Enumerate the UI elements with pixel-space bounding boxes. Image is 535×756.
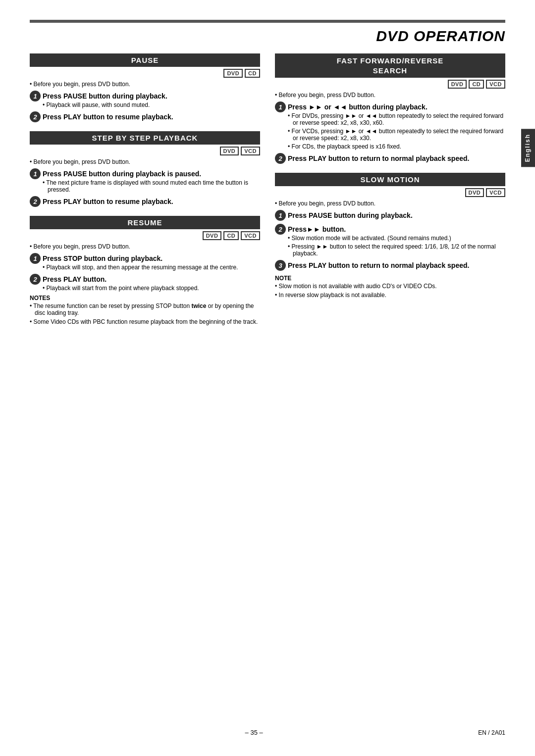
sm-step-3-text: Press PLAY button to return to normal pl… — [288, 260, 469, 270]
ff-step-2: 2 Press PLAY button to return to normal … — [275, 153, 505, 164]
step-by-step-section: STEP BY STEP PLAYBACK DVD VCD Before you… — [30, 131, 260, 207]
resume-step-1-label: 1 Press STOP button during playback. — [30, 253, 260, 264]
sbs-step-2-label: 2 Press PLAY button to resume playback. — [30, 196, 260, 207]
resume-section: RESUME DVD CD VCD Before you begin, pres… — [30, 216, 260, 325]
sm-step-2-detail-1: Slow motion mode will be activated. (Sou… — [288, 235, 505, 242]
ff-step-2-text: Press PLAY button to return to normal pl… — [288, 153, 469, 163]
resume-step-2: 2 Press PLAY button. Playback will start… — [30, 274, 260, 292]
ff-intro: Before you begin, press DVD button. — [275, 92, 505, 99]
sm-badge-dvd: DVD — [465, 188, 484, 197]
slow-motion-section: SLOW MOTION DVD VCD Before you begin, pr… — [275, 173, 505, 299]
sm-badges: DVD VCD — [275, 188, 505, 197]
ff-step-1: 1 Press ►► or ◄◄ button during playback.… — [275, 101, 505, 150]
resume-step-1-detail: Playback will stop, and then appear the … — [43, 264, 260, 271]
resume-badge-vcd: VCD — [241, 231, 260, 240]
resume-intro: Before you begin, press DVD button. — [30, 243, 260, 250]
pause-header: PAUSE — [30, 53, 260, 67]
sbs-step-1-label: 1 Press PAUSE button during playback is … — [30, 168, 260, 179]
sm-step-1-text: Press PAUSE button during playback. — [288, 210, 413, 220]
ff-badges: DVD CD VCD — [275, 80, 505, 89]
sm-note-1: Slow motion is not available with audio … — [275, 283, 505, 290]
resume-note-2: Some Video CDs with PBC function resume … — [30, 318, 260, 325]
sbs-badge-dvd: DVD — [220, 147, 239, 155]
pause-step-2: 2 Press PLAY button to resume playback. — [30, 111, 260, 122]
sm-step-1-label: 1 Press PAUSE button during playback. — [275, 210, 505, 221]
left-column: PAUSE DVD CD Before you begin, press DVD… — [30, 53, 260, 334]
pause-step-1-label: 1 Press PAUSE button during playback. — [30, 91, 260, 101]
resume-badge-cd: CD — [223, 231, 239, 240]
sbs-step-2-number: 2 — [30, 196, 41, 207]
footer-code: EN / 2A01 — [478, 729, 505, 736]
fast-forward-header: FAST FORWARD/REVERSE SEARCH — [275, 53, 505, 78]
sm-badge-vcd: VCD — [486, 188, 505, 197]
sm-note-2: In reverse slow playback is not availabl… — [275, 292, 505, 299]
sm-intro: Before you begin, press DVD button. — [275, 200, 505, 207]
pause-badge-cd: CD — [245, 69, 260, 78]
resume-badges: DVD CD VCD — [30, 231, 260, 240]
sm-step-3-number: 3 — [275, 260, 286, 271]
slow-motion-header: SLOW MOTION — [275, 173, 505, 186]
resume-step-1-text: Press STOP button during playback. — [43, 253, 162, 263]
page-container: DVD OPERATION English PAUSE DVD CD Befor… — [0, 0, 535, 756]
top-bar — [30, 20, 505, 23]
ff-step-2-number: 2 — [275, 153, 286, 164]
pause-step-2-number: 2 — [30, 111, 41, 122]
resume-step-2-text: Press PLAY button. — [43, 274, 107, 284]
right-column: FAST FORWARD/REVERSE SEARCH DVD CD VCD B… — [275, 53, 505, 334]
ff-badge-vcd: VCD — [486, 80, 505, 89]
fast-forward-section: FAST FORWARD/REVERSE SEARCH DVD CD VCD B… — [275, 53, 505, 164]
sbs-intro: Before you begin, press DVD button. — [30, 158, 260, 165]
pause-intro: Before you begin, press DVD button. — [30, 81, 260, 88]
sbs-step-1-detail: The next picture frame is displayed with… — [43, 179, 260, 193]
sbs-step-2-text: Press PLAY button to resume playback. — [43, 196, 173, 206]
sm-step-3-label: 3 Press PLAY button to return to normal … — [275, 260, 505, 271]
pause-step-1-text: Press PAUSE button during playback. — [43, 91, 167, 101]
sm-step-1-number: 1 — [275, 210, 286, 221]
resume-header: RESUME — [30, 216, 260, 229]
resume-note-1: The resume function can be reset by pres… — [30, 302, 260, 316]
resume-badge-dvd: DVD — [203, 231, 222, 240]
ff-step-1-detail-2: For VCDs, pressing ►► or ◄◄ button repea… — [288, 128, 505, 142]
ff-step-1-detail-3: For CDs, the playback speed is x16 fixed… — [288, 143, 505, 150]
resume-step-2-detail: Playback will start from the point where… — [43, 285, 260, 292]
resume-step-2-label: 2 Press PLAY button. — [30, 274, 260, 285]
sbs-badge-vcd: VCD — [241, 147, 260, 155]
pause-badges: DVD CD — [30, 69, 260, 78]
resume-notes-header: NOTES — [30, 295, 260, 302]
sbs-step-1-text: Press PAUSE button during playback is pa… — [43, 168, 201, 178]
pause-badge-dvd: DVD — [223, 69, 243, 78]
step-by-step-header: STEP BY STEP PLAYBACK — [30, 131, 260, 145]
main-columns: PAUSE DVD CD Before you begin, press DVD… — [30, 53, 505, 334]
ff-badge-dvd: DVD — [448, 80, 467, 89]
fast-forward-header-line2: SEARCH — [373, 66, 407, 75]
sbs-step-2: 2 Press PLAY button to resume playback. — [30, 196, 260, 207]
page-title: DVD OPERATION — [30, 28, 505, 45]
resume-step-1-number: 1 — [30, 253, 41, 264]
resume-step-1: 1 Press STOP button during playback. Pla… — [30, 253, 260, 271]
english-sidebar-label: English — [521, 129, 535, 167]
page-footer: – 35 – EN / 2A01 — [0, 729, 535, 736]
pause-section: PAUSE DVD CD Before you begin, press DVD… — [30, 53, 260, 122]
ff-step-1-text: Press ►► or ◄◄ button during playback. — [288, 101, 428, 111]
sm-step-2-number: 2 — [275, 224, 286, 235]
pause-step-1: 1 Press PAUSE button during playback. Pl… — [30, 91, 260, 108]
ff-step-1-detail-1: For DVDs, pressing ►► or ◄◄ button repea… — [288, 112, 505, 126]
step-by-step-badges: DVD VCD — [30, 147, 260, 155]
ff-step-2-label: 2 Press PLAY button to return to normal … — [275, 153, 505, 164]
pause-step-1-number: 1 — [30, 91, 41, 101]
pause-step-2-label: 2 Press PLAY button to resume playback. — [30, 111, 260, 122]
ff-step-1-label: 1 Press ►► or ◄◄ button during playback. — [275, 101, 505, 112]
sm-step-1: 1 Press PAUSE button during playback. — [275, 210, 505, 221]
pause-step-2-text: Press PLAY button to resume playback. — [43, 111, 173, 121]
sm-note-label: NOTE — [275, 275, 505, 282]
resume-step-2-number: 2 — [30, 274, 41, 285]
ff-step-1-number: 1 — [275, 101, 286, 112]
pause-step-1-detail-1: Playback will pause, with sound muted. — [43, 101, 260, 108]
sbs-step-1-number: 1 — [30, 168, 41, 179]
sbs-step-1: 1 Press PAUSE button during playback is … — [30, 168, 260, 193]
sm-step-3: 3 Press PLAY button to return to normal … — [275, 260, 505, 271]
sm-step-2: 2 Press►► button. Slow motion mode will … — [275, 224, 505, 257]
sm-step-2-label: 2 Press►► button. — [275, 224, 505, 235]
fast-forward-header-line1: FAST FORWARD/REVERSE — [337, 56, 444, 65]
ff-badge-cd: CD — [469, 80, 484, 89]
